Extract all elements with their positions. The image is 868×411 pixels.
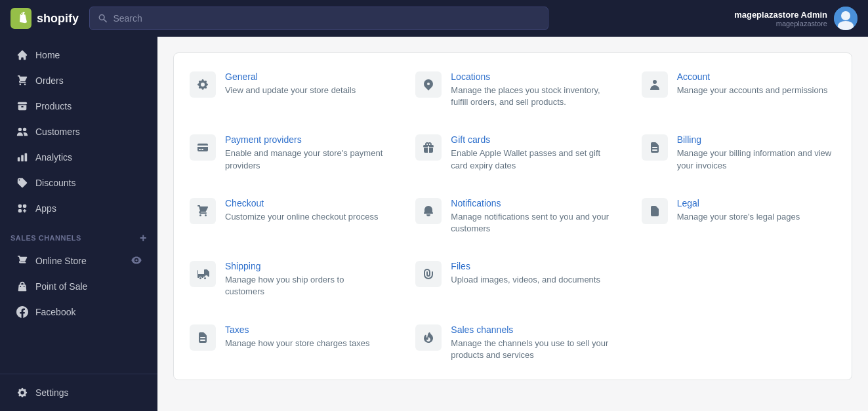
point-of-sale-icon	[16, 280, 29, 293]
files-title: Files	[451, 261, 610, 271]
legal-content: Legal Manage your store's legal pages	[677, 198, 836, 223]
user-store: mageplazastore	[734, 20, 827, 28]
sidebar-item-analytics-label: Analytics	[35, 152, 72, 163]
search-icon	[98, 13, 108, 24]
settings-item-locations[interactable]: Locations Manage the places you stock in…	[400, 58, 625, 121]
settings-item-taxes[interactable]: Taxes Manage how your store charges taxe…	[174, 311, 400, 374]
sidebar-item-online-store[interactable]: Online Store	[5, 248, 152, 273]
svg-point-1	[841, 11, 850, 20]
taxes-desc: Manage how your store charges taxes	[225, 338, 384, 349]
checkout-settings-icon	[190, 198, 216, 224]
main-content: General View and update your store detai…	[157, 37, 868, 411]
settings-item-shipping[interactable]: Shipping Manage how you ship orders to c…	[174, 248, 400, 311]
top-navigation: shopify mageplazastore Admin mageplazast…	[0, 0, 868, 37]
general-desc: View and update your store details	[225, 85, 384, 96]
settings-item-billing[interactable]: Billing Manage your billing information …	[626, 121, 852, 184]
files-desc: Upload images, videos, and documents	[451, 274, 610, 286]
settings-item-gift-cards[interactable]: Gift cards Enable Apple Wallet passes an…	[400, 121, 625, 184]
files-content: Files Upload images, videos, and documen…	[451, 261, 610, 286]
sales-channels-settings-desc: Manage the channels you use to sell your…	[451, 338, 610, 361]
settings-label: Settings	[35, 387, 69, 398]
taxes-title: Taxes	[225, 324, 384, 335]
gift-cards-title: Gift cards	[451, 134, 610, 145]
logo-text: shopify	[37, 12, 79, 26]
notifications-content: Notifications Manage notifications sent …	[451, 198, 610, 235]
sidebar-item-home[interactable]: Home	[5, 43, 152, 68]
locations-content: Locations Manage the places you stock in…	[451, 71, 610, 108]
user-info: mageplazastore Admin mageplazastore	[734, 10, 827, 28]
home-icon	[16, 49, 29, 62]
facebook-icon	[16, 305, 29, 319]
settings-item-notifications[interactable]: Notifications Manage notifications sent …	[400, 185, 625, 248]
billing-content: Billing Manage your billing information …	[677, 134, 836, 171]
sidebar-item-apps-label: Apps	[35, 203, 56, 214]
products-icon	[16, 100, 29, 113]
sidebar-item-products[interactable]: Products	[5, 94, 152, 119]
sidebar-settings[interactable]: Settings	[5, 380, 152, 405]
apps-icon	[16, 202, 29, 215]
gift-cards-content: Gift cards Enable Apple Wallet passes an…	[451, 134, 610, 171]
taxes-content: Taxes Manage how your store charges taxe…	[225, 324, 384, 349]
shopify-logo-icon	[10, 8, 31, 29]
user-name: mageplazastore Admin	[734, 10, 827, 20]
billing-desc: Manage your billing information and view…	[677, 147, 836, 171]
settings-grid: General View and update your store detai…	[174, 58, 852, 374]
online-store-icon	[16, 254, 29, 267]
sidebar-item-analytics[interactable]: Analytics	[5, 145, 152, 170]
locations-desc: Manage the places you stock inventory, f…	[451, 85, 610, 108]
search-input[interactable]	[113, 13, 540, 24]
sidebar-item-facebook-label: Facebook	[35, 307, 75, 317]
gift-cards-desc: Enable Apple Wallet passes and set gift …	[451, 147, 610, 171]
online-store-left: Online Store	[16, 254, 87, 267]
online-store-eye-icon[interactable]	[131, 255, 142, 267]
taxes-settings-icon	[190, 324, 216, 351]
settings-item-general[interactable]: General View and update your store detai…	[174, 58, 400, 121]
payment-settings-icon	[190, 134, 216, 161]
logo[interactable]: shopify	[10, 8, 79, 29]
files-settings-icon	[415, 261, 442, 287]
add-sales-channel-button[interactable]: +	[140, 232, 147, 244]
sidebar-item-customers[interactable]: Customers	[5, 119, 152, 144]
legal-desc: Manage your store's legal pages	[677, 211, 836, 223]
main-layout: Home Orders Products	[0, 37, 868, 411]
settings-item-payment[interactable]: Payment providers Enable and manage your…	[174, 121, 400, 184]
settings-item-sales-channels[interactable]: Sales channels Manage the channels you u…	[400, 311, 625, 374]
topnav-right: mageplazastore Admin mageplazastore	[734, 7, 858, 30]
location-settings-icon	[415, 71, 442, 98]
settings-item-legal[interactable]: Legal Manage your store's legal pages	[626, 185, 852, 248]
payment-title: Payment providers	[225, 134, 384, 145]
sidebar-item-orders-label: Orders	[35, 75, 64, 86]
sales-channels-section: SALES CHANNELS +	[0, 222, 157, 248]
sidebar-item-customers-label: Customers	[35, 127, 80, 137]
billing-settings-icon	[642, 134, 668, 161]
notifications-desc: Manage notifications sent to you and you…	[451, 211, 610, 235]
settings-item-account[interactable]: Account Manage your accounts and permiss…	[626, 58, 852, 121]
legal-settings-icon	[642, 198, 668, 224]
checkout-title: Checkout	[225, 198, 384, 208]
sidebar-item-discounts-label: Discounts	[35, 178, 75, 188]
sidebar-item-discounts[interactable]: Discounts	[5, 170, 152, 195]
settings-item-checkout[interactable]: Checkout Customize your online checkout …	[174, 185, 400, 248]
avatar[interactable]	[834, 7, 858, 30]
sidebar-item-apps[interactable]: Apps	[5, 196, 152, 221]
sidebar-item-point-of-sale[interactable]: Point of Sale	[5, 274, 152, 299]
settings-item-files[interactable]: Files Upload images, videos, and documen…	[400, 248, 625, 311]
notifications-title: Notifications	[451, 198, 610, 208]
sidebar: Home Orders Products	[0, 37, 157, 411]
checkout-content: Checkout Customize your online checkout …	[225, 198, 384, 223]
online-store-label: Online Store	[35, 256, 87, 266]
sales-channels-settings-content: Sales channels Manage the channels you u…	[451, 324, 610, 361]
sidebar-item-orders[interactable]: Orders	[5, 68, 152, 93]
settings-icon	[16, 386, 29, 399]
sidebar-item-products-label: Products	[35, 101, 72, 111]
shipping-settings-icon	[190, 261, 216, 287]
account-settings-icon	[642, 71, 668, 98]
sidebar-item-pos-label: Point of Sale	[35, 281, 87, 292]
sidebar-item-facebook[interactable]: Facebook	[5, 300, 152, 324]
payment-desc: Enable and manage your store's payment p…	[225, 147, 384, 171]
checkout-desc: Customize your online checkout process	[225, 211, 384, 223]
notifications-settings-icon	[415, 198, 442, 224]
account-content: Account Manage your accounts and permiss…	[677, 71, 836, 96]
search-bar[interactable]	[89, 7, 548, 30]
customers-icon	[16, 125, 29, 138]
